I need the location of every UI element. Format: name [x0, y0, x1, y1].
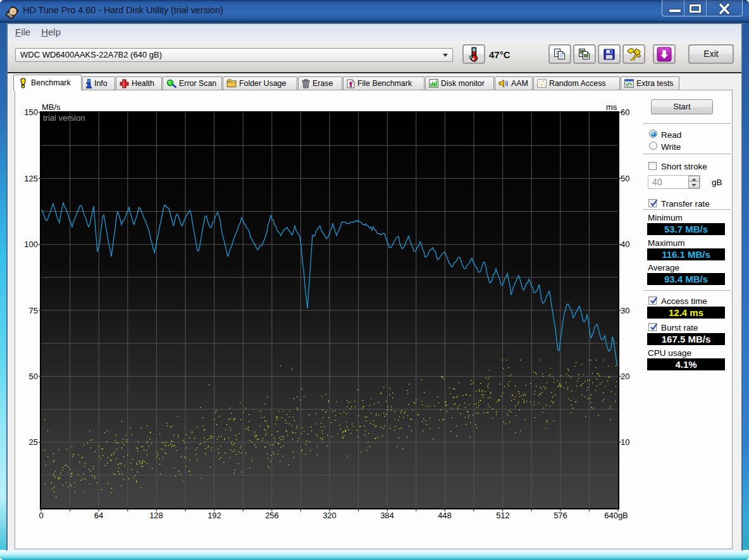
svg-text:640gB: 640gB	[604, 511, 628, 520]
svg-text:0: 0	[39, 511, 43, 520]
svg-text:384: 384	[380, 511, 394, 520]
svg-text:448: 448	[438, 511, 452, 520]
svg-text:60: 60	[621, 107, 629, 117]
svg-text:75: 75	[29, 306, 38, 315]
svg-text:128: 128	[149, 511, 163, 520]
svg-text:512: 512	[496, 511, 510, 520]
svg-text:50: 50	[621, 174, 629, 183]
svg-text:30: 30	[621, 306, 629, 315]
svg-text:50: 50	[29, 372, 38, 381]
svg-text:256: 256	[265, 511, 279, 520]
svg-text:10: 10	[621, 437, 629, 447]
svg-text:ms: ms	[606, 102, 617, 112]
svg-text:150: 150	[24, 107, 38, 117]
svg-text:MB/s: MB/s	[42, 102, 61, 112]
svg-text:320: 320	[323, 511, 337, 520]
svg-text:576: 576	[554, 511, 567, 520]
svg-text:40: 40	[621, 240, 629, 249]
svg-text:100: 100	[24, 240, 38, 249]
svg-text:192: 192	[207, 511, 221, 520]
svg-text:20: 20	[621, 372, 629, 381]
svg-text:64: 64	[94, 511, 103, 520]
svg-text:trial version: trial version	[43, 113, 85, 123]
svg-text:125: 125	[24, 174, 38, 183]
svg-text:25: 25	[29, 437, 38, 447]
